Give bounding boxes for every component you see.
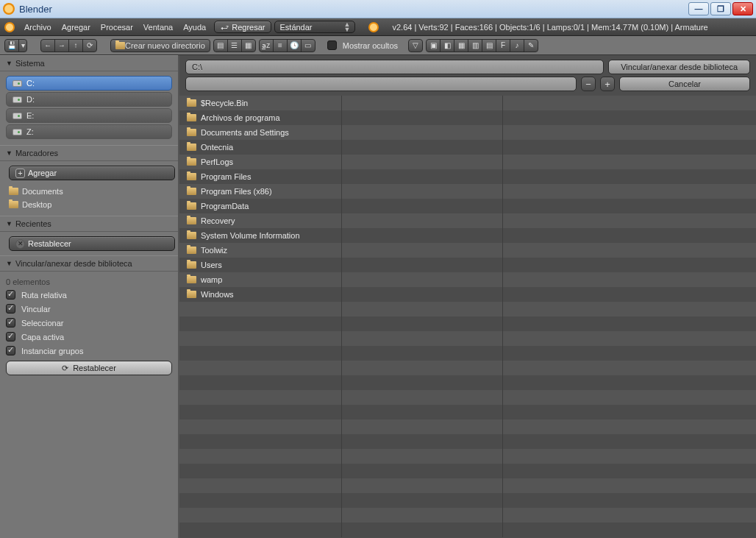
- option-capa-activa[interactable]: Capa activa: [6, 330, 172, 344]
- filter-sound-icon[interactable]: ♪: [510, 39, 524, 52]
- nav-fwd-icon[interactable]: →: [54, 39, 69, 52]
- filter-script-icon[interactable]: ▤: [482, 39, 496, 52]
- new-directory-label: Crear nuevo directorio: [125, 41, 205, 50]
- layout-dropdown[interactable]: Estándar ▲▼: [274, 21, 355, 33]
- file-row[interactable]: ProgramData: [179, 199, 756, 213]
- nav-refresh-icon[interactable]: ⟳: [82, 39, 97, 52]
- maximize-button[interactable]: ❐: [710, 2, 731, 15]
- layout-dropdown-label: Estándar: [279, 23, 312, 32]
- option-instanciar-grupos[interactable]: Instanciar grupos: [6, 344, 172, 358]
- file-row[interactable]: $Recycle.Bin: [179, 96, 756, 110]
- file-row: [179, 302, 756, 316]
- system-panel-title: Sistema: [15, 59, 45, 68]
- decrement-button[interactable]: −: [581, 77, 596, 91]
- file-row[interactable]: Program Files (x86): [179, 184, 756, 199]
- option-seleccionar[interactable]: Seleccionar: [6, 316, 172, 330]
- menu-add[interactable]: Agregar: [62, 23, 90, 32]
- sort-ext-icon[interactable]: ≡: [273, 39, 288, 52]
- increment-button[interactable]: +: [600, 77, 615, 91]
- show-hidden-check[interactable]: [327, 40, 337, 50]
- nav-up-icon[interactable]: ↑: [68, 39, 83, 52]
- add-bookmark-label: Agregar: [28, 169, 57, 177]
- filter-font-icon[interactable]: F: [496, 39, 510, 52]
- link-append-button[interactable]: Vincular/anexar desde biblioteca: [608, 60, 750, 74]
- file-row[interactable]: System Volume Information: [179, 228, 756, 243]
- collapse-icon: ▼: [6, 149, 13, 157]
- file-name: wamp: [201, 275, 222, 284]
- file-name: Ontecnia: [201, 143, 233, 152]
- file-row[interactable]: Users: [179, 258, 756, 272]
- file-row[interactable]: Toolwiz: [179, 243, 756, 258]
- view-list-short-icon[interactable]: ▤: [213, 39, 228, 52]
- drive-label: D:: [26, 95, 35, 104]
- window-title: Blender: [19, 4, 52, 15]
- file-name: PerfLogs: [201, 157, 233, 166]
- menu-process[interactable]: Procesar: [101, 23, 133, 32]
- filter-text-icon[interactable]: ✎: [524, 39, 538, 52]
- file-row: [179, 434, 756, 449]
- filter-funnel-icon[interactable]: ▽: [408, 39, 423, 52]
- recent-panel-header[interactable]: ▼ Recientes: [0, 216, 178, 232]
- file-row: [179, 523, 756, 537]
- option-label: Instanciar grupos: [21, 347, 83, 355]
- reset-options-button[interactable]: ⟳ Restablecer: [6, 361, 172, 375]
- bookmark-documents[interactable]: Documents: [6, 185, 172, 198]
- file-row[interactable]: wamp: [179, 272, 756, 287]
- reset-recent-button[interactable]: ✕ Restablecer: [9, 236, 175, 251]
- file-row: [179, 405, 756, 420]
- minimize-button[interactable]: —: [688, 2, 709, 15]
- file-row[interactable]: Windows: [179, 287, 756, 302]
- drive-E[interactable]: E:: [6, 108, 172, 123]
- checkbox-icon: [6, 332, 15, 341]
- link-panel-header[interactable]: ▼ Vincular/anexar desde biblioteca: [0, 255, 178, 272]
- filename-input[interactable]: [185, 77, 577, 91]
- file-name: Users: [201, 261, 222, 269]
- disk-icon: [13, 113, 22, 119]
- drive-Z[interactable]: Z:: [6, 124, 172, 139]
- menu-file[interactable]: Archivo: [24, 23, 51, 32]
- filter-folder-icon[interactable]: ▣: [426, 39, 441, 52]
- view-list-long-icon[interactable]: ☰: [227, 39, 242, 52]
- file-name: Windows: [201, 290, 234, 299]
- bookmarks-panel-header[interactable]: ▼ Marcadores: [0, 145, 178, 161]
- new-directory-button[interactable]: Crear nuevo directorio: [110, 39, 210, 52]
- filter-movie-icon[interactable]: ▥: [468, 39, 482, 52]
- cancel-button[interactable]: Cancelar: [619, 77, 750, 91]
- file-row[interactable]: Documents and Settings: [179, 125, 756, 140]
- option-vincular[interactable]: Vincular: [6, 302, 172, 316]
- link-panel-title: Vincular/anexar desde biblioteca: [15, 259, 132, 268]
- sort-time-icon[interactable]: 🕓: [287, 39, 302, 52]
- path-input[interactable]: C:\: [185, 60, 604, 74]
- folder-icon: [187, 232, 196, 239]
- file-name: Toolwiz: [201, 246, 227, 255]
- add-bookmark-button[interactable]: + Agregar: [9, 166, 175, 180]
- system-panel-header[interactable]: ▼ Sistema: [0, 55, 178, 71]
- bookmark-desktop[interactable]: Desktop: [6, 198, 172, 211]
- main-menubar: Archivo Agregar Procesar Ventana Ayuda ⮐…: [0, 18, 756, 36]
- view-thumb-icon[interactable]: ▦: [241, 39, 256, 52]
- filter-blend-icon[interactable]: ◧: [440, 39, 454, 52]
- nav-back-icon[interactable]: ←: [40, 39, 55, 52]
- file-row[interactable]: Recovery: [179, 213, 756, 228]
- file-row: [179, 316, 756, 331]
- menu-window[interactable]: Ventana: [143, 23, 173, 32]
- disk-icon: [13, 96, 22, 103]
- file-row[interactable]: Program Files: [179, 169, 756, 184]
- file-row: [179, 331, 756, 346]
- menu-help[interactable]: Ayuda: [183, 23, 206, 32]
- file-name: ProgramData: [201, 202, 249, 210]
- close-button[interactable]: ✕: [732, 2, 753, 15]
- option-ruta-relativa[interactable]: Ruta relativa: [6, 288, 172, 302]
- file-row[interactable]: PerfLogs: [179, 155, 756, 169]
- file-row[interactable]: Archivos de programa: [179, 110, 756, 125]
- drive-C[interactable]: C:: [6, 76, 172, 91]
- back-button[interactable]: ⮐ Regresar: [214, 21, 271, 33]
- save-icon[interactable]: 💾: [4, 39, 19, 52]
- save-dropdown-icon[interactable]: ▾: [18, 39, 27, 52]
- file-list[interactable]: $Recycle.BinArchivos de programaDocument…: [179, 96, 756, 538]
- filter-image-icon[interactable]: ▦: [454, 39, 468, 52]
- sort-alpha-icon[interactable]: a̲z: [259, 39, 274, 52]
- file-row[interactable]: Ontecnia: [179, 140, 756, 155]
- sort-size-icon[interactable]: ▭: [301, 39, 315, 52]
- drive-D[interactable]: D:: [6, 92, 172, 107]
